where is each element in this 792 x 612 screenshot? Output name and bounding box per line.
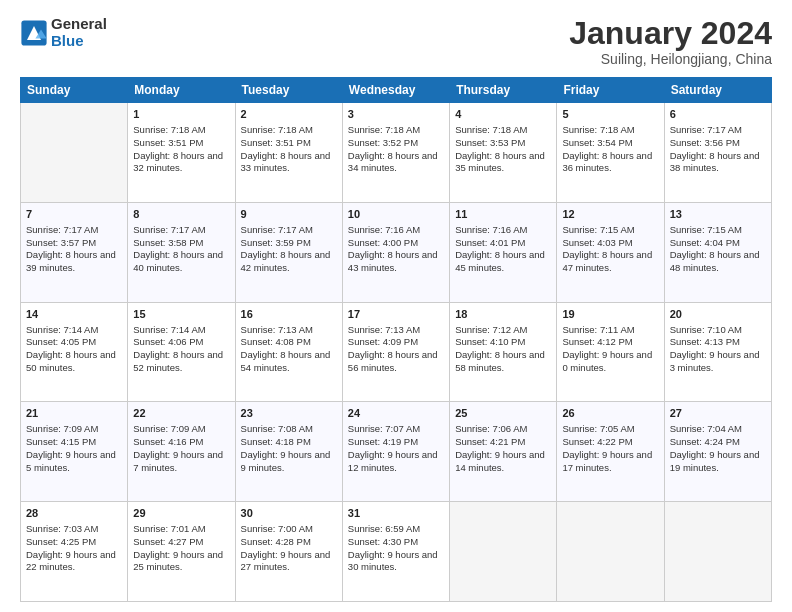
daylight: Daylight: 8 hours and 34 minutes. bbox=[348, 150, 438, 174]
sunrise: Sunrise: 7:09 AM bbox=[26, 423, 98, 434]
daylight: Daylight: 9 hours and 30 minutes. bbox=[348, 549, 438, 573]
sunset: Sunset: 4:09 PM bbox=[348, 336, 418, 347]
day-number: 31 bbox=[348, 506, 444, 521]
daylight: Daylight: 8 hours and 32 minutes. bbox=[133, 150, 223, 174]
sunset: Sunset: 4:05 PM bbox=[26, 336, 96, 347]
day-number: 29 bbox=[133, 506, 229, 521]
sunset: Sunset: 4:16 PM bbox=[133, 436, 203, 447]
cell-week3-day0: 14Sunrise: 7:14 AMSunset: 4:05 PMDayligh… bbox=[21, 302, 128, 402]
sunrise: Sunrise: 7:11 AM bbox=[562, 324, 634, 335]
daylight: Daylight: 9 hours and 25 minutes. bbox=[133, 549, 223, 573]
daylight: Daylight: 8 hours and 52 minutes. bbox=[133, 349, 223, 373]
cell-week3-day3: 17Sunrise: 7:13 AMSunset: 4:09 PMDayligh… bbox=[342, 302, 449, 402]
sunrise: Sunrise: 7:04 AM bbox=[670, 423, 742, 434]
sunrise: Sunrise: 6:59 AM bbox=[348, 523, 420, 534]
day-number: 26 bbox=[562, 406, 658, 421]
sunset: Sunset: 4:13 PM bbox=[670, 336, 740, 347]
daylight: Daylight: 8 hours and 45 minutes. bbox=[455, 249, 545, 273]
sunset: Sunset: 3:51 PM bbox=[133, 137, 203, 148]
cell-week4-day1: 22Sunrise: 7:09 AMSunset: 4:16 PMDayligh… bbox=[128, 402, 235, 502]
daylight: Daylight: 8 hours and 35 minutes. bbox=[455, 150, 545, 174]
calendar: Sunday Monday Tuesday Wednesday Thursday… bbox=[20, 77, 772, 602]
cell-week4-day4: 25Sunrise: 7:06 AMSunset: 4:21 PMDayligh… bbox=[450, 402, 557, 502]
sunset: Sunset: 4:03 PM bbox=[562, 237, 632, 248]
sunset: Sunset: 4:27 PM bbox=[133, 536, 203, 547]
cell-week5-day0: 28Sunrise: 7:03 AMSunset: 4:25 PMDayligh… bbox=[21, 502, 128, 602]
cell-week1-day4: 4Sunrise: 7:18 AMSunset: 3:53 PMDaylight… bbox=[450, 103, 557, 203]
col-sunday: Sunday bbox=[21, 78, 128, 103]
daylight: Daylight: 8 hours and 56 minutes. bbox=[348, 349, 438, 373]
daylight: Daylight: 9 hours and 12 minutes. bbox=[348, 449, 438, 473]
cell-week3-day4: 18Sunrise: 7:12 AMSunset: 4:10 PMDayligh… bbox=[450, 302, 557, 402]
daylight: Daylight: 9 hours and 27 minutes. bbox=[241, 549, 331, 573]
cell-week4-day3: 24Sunrise: 7:07 AMSunset: 4:19 PMDayligh… bbox=[342, 402, 449, 502]
sunrise: Sunrise: 7:03 AM bbox=[26, 523, 98, 534]
col-wednesday: Wednesday bbox=[342, 78, 449, 103]
daylight: Daylight: 9 hours and 7 minutes. bbox=[133, 449, 223, 473]
cell-week5-day6 bbox=[664, 502, 771, 602]
daylight: Daylight: 8 hours and 58 minutes. bbox=[455, 349, 545, 373]
day-number: 28 bbox=[26, 506, 122, 521]
sunrise: Sunrise: 7:08 AM bbox=[241, 423, 313, 434]
sunrise: Sunrise: 7:10 AM bbox=[670, 324, 742, 335]
cell-week2-day5: 12Sunrise: 7:15 AMSunset: 4:03 PMDayligh… bbox=[557, 202, 664, 302]
day-number: 13 bbox=[670, 207, 766, 222]
col-friday: Friday bbox=[557, 78, 664, 103]
day-number: 12 bbox=[562, 207, 658, 222]
col-saturday: Saturday bbox=[664, 78, 771, 103]
cell-week5-day2: 30Sunrise: 7:00 AMSunset: 4:28 PMDayligh… bbox=[235, 502, 342, 602]
day-number: 30 bbox=[241, 506, 337, 521]
sunset: Sunset: 4:06 PM bbox=[133, 336, 203, 347]
daylight: Daylight: 8 hours and 50 minutes. bbox=[26, 349, 116, 373]
daylight: Daylight: 8 hours and 43 minutes. bbox=[348, 249, 438, 273]
main-title: January 2024 bbox=[569, 16, 772, 51]
day-number: 15 bbox=[133, 307, 229, 322]
daylight: Daylight: 9 hours and 22 minutes. bbox=[26, 549, 116, 573]
day-number: 24 bbox=[348, 406, 444, 421]
cell-week4-day6: 27Sunrise: 7:04 AMSunset: 4:24 PMDayligh… bbox=[664, 402, 771, 502]
sunset: Sunset: 4:22 PM bbox=[562, 436, 632, 447]
sunset: Sunset: 3:53 PM bbox=[455, 137, 525, 148]
sunset: Sunset: 4:30 PM bbox=[348, 536, 418, 547]
sunrise: Sunrise: 7:18 AM bbox=[455, 124, 527, 135]
sunset: Sunset: 3:51 PM bbox=[241, 137, 311, 148]
week-row-3: 14Sunrise: 7:14 AMSunset: 4:05 PMDayligh… bbox=[21, 302, 772, 402]
cell-week1-day5: 5Sunrise: 7:18 AMSunset: 3:54 PMDaylight… bbox=[557, 103, 664, 203]
sunset: Sunset: 4:12 PM bbox=[562, 336, 632, 347]
col-monday: Monday bbox=[128, 78, 235, 103]
day-number: 9 bbox=[241, 207, 337, 222]
subtitle: Suiling, Heilongjiang, China bbox=[569, 51, 772, 67]
logo: General Blue bbox=[20, 16, 107, 49]
sunrise: Sunrise: 7:17 AM bbox=[133, 224, 205, 235]
col-tuesday: Tuesday bbox=[235, 78, 342, 103]
sunrise: Sunrise: 7:16 AM bbox=[348, 224, 420, 235]
sunrise: Sunrise: 7:16 AM bbox=[455, 224, 527, 235]
daylight: Daylight: 8 hours and 38 minutes. bbox=[670, 150, 760, 174]
sunrise: Sunrise: 7:18 AM bbox=[133, 124, 205, 135]
day-number: 10 bbox=[348, 207, 444, 222]
daylight: Daylight: 9 hours and 3 minutes. bbox=[670, 349, 760, 373]
day-number: 14 bbox=[26, 307, 122, 322]
day-number: 21 bbox=[26, 406, 122, 421]
cell-week2-day2: 9Sunrise: 7:17 AMSunset: 3:59 PMDaylight… bbox=[235, 202, 342, 302]
daylight: Daylight: 9 hours and 5 minutes. bbox=[26, 449, 116, 473]
day-number: 16 bbox=[241, 307, 337, 322]
sunrise: Sunrise: 7:18 AM bbox=[348, 124, 420, 135]
daylight: Daylight: 8 hours and 54 minutes. bbox=[241, 349, 331, 373]
cell-week3-day6: 20Sunrise: 7:10 AMSunset: 4:13 PMDayligh… bbox=[664, 302, 771, 402]
week-row-5: 28Sunrise: 7:03 AMSunset: 4:25 PMDayligh… bbox=[21, 502, 772, 602]
daylight: Daylight: 8 hours and 40 minutes. bbox=[133, 249, 223, 273]
week-row-1: 1Sunrise: 7:18 AMSunset: 3:51 PMDaylight… bbox=[21, 103, 772, 203]
day-number: 6 bbox=[670, 107, 766, 122]
sunrise: Sunrise: 7:14 AM bbox=[26, 324, 98, 335]
sunrise: Sunrise: 7:05 AM bbox=[562, 423, 634, 434]
day-number: 4 bbox=[455, 107, 551, 122]
cell-week2-day4: 11Sunrise: 7:16 AMSunset: 4:01 PMDayligh… bbox=[450, 202, 557, 302]
sunset: Sunset: 4:24 PM bbox=[670, 436, 740, 447]
week-row-2: 7Sunrise: 7:17 AMSunset: 3:57 PMDaylight… bbox=[21, 202, 772, 302]
sunrise: Sunrise: 7:13 AM bbox=[348, 324, 420, 335]
sunrise: Sunrise: 7:14 AM bbox=[133, 324, 205, 335]
day-number: 23 bbox=[241, 406, 337, 421]
sunset: Sunset: 4:00 PM bbox=[348, 237, 418, 248]
cell-week4-day5: 26Sunrise: 7:05 AMSunset: 4:22 PMDayligh… bbox=[557, 402, 664, 502]
